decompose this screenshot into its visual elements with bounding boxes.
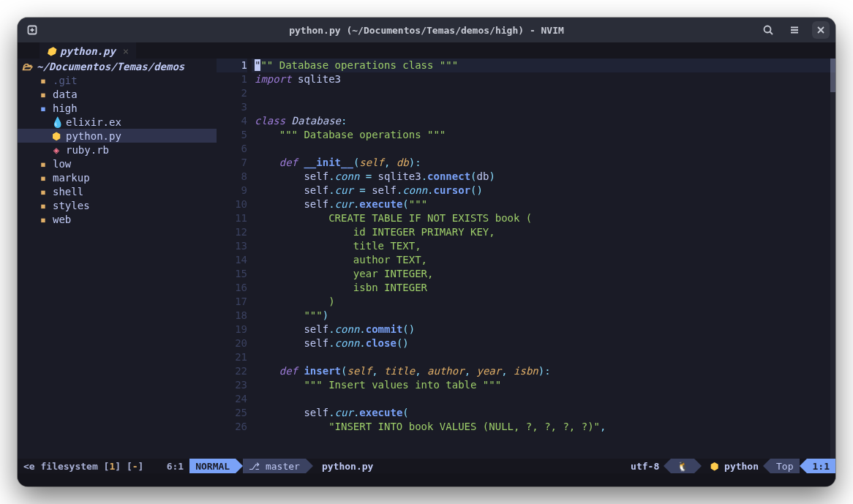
python-icon: ⬢ xyxy=(47,45,56,57)
search-button[interactable] xyxy=(759,21,777,39)
editor[interactable]: 1 1 2 3 4 5 6 7 8 9 10 11 12 13 14 15 16… xyxy=(217,59,835,459)
status-os: 🐧 xyxy=(671,459,694,473)
menu-button[interactable] xyxy=(786,21,803,39)
tree-item-elixir[interactable]: 💧elixir.ex xyxy=(18,115,217,129)
file-tree[interactable]: 🗁~/Documentos/Temas/demos ▪.git ▪data ▪h… xyxy=(18,59,217,459)
scrollbar[interactable] xyxy=(830,59,835,459)
new-tab-button[interactable] xyxy=(23,21,41,39)
status-git: ⎇ master xyxy=(243,459,306,473)
tree-item-web[interactable]: ▪web xyxy=(18,212,217,226)
svg-point-3 xyxy=(764,26,771,33)
python-icon: ⬢ xyxy=(710,461,718,472)
buffer-tab[interactable]: ⬢ python.py × xyxy=(40,42,137,59)
gutter: 1 1 2 3 4 5 6 7 8 9 10 11 12 13 14 15 16… xyxy=(217,59,252,459)
tree-item-git[interactable]: ▪.git xyxy=(18,73,217,87)
status-filetype: ⬢ python xyxy=(704,459,764,473)
tree-item-styles[interactable]: ▪styles xyxy=(18,198,217,212)
branch-icon: ⎇ xyxy=(249,461,260,472)
tree-item-low[interactable]: ▪low xyxy=(18,157,217,170)
scroll-thumb[interactable] xyxy=(830,59,835,92)
status-position-label: Top xyxy=(770,459,799,473)
buffer-tab-label: python.py xyxy=(60,45,116,57)
close-window-button[interactable] xyxy=(812,21,830,39)
tree-item-shell[interactable]: ▪shell xyxy=(18,184,217,198)
tree-item-high[interactable]: ▪high xyxy=(18,101,217,115)
status-rowcol: 1:1 xyxy=(807,459,835,473)
window-title: python.py (~/Documentos/Temas/demos/high… xyxy=(18,25,835,36)
command-line[interactable] xyxy=(18,473,835,486)
status-mode: NORMAL xyxy=(189,459,236,473)
titlebar: python.py (~/Documentos/Temas/demos/high… xyxy=(18,18,835,42)
tux-icon: 🐧 xyxy=(677,461,688,472)
buffer-tabs: ⬢ python.py × xyxy=(18,42,835,59)
status-tree-info: <e filesystem [1] [-] 6:1 xyxy=(18,459,189,473)
tree-item-data[interactable]: ▪data xyxy=(18,87,217,101)
status-encoding: utf-8 xyxy=(625,459,665,473)
code-area[interactable]: """ Database operations class """ import… xyxy=(252,59,835,459)
status-file: python.py xyxy=(316,459,379,473)
close-tab-icon[interactable]: × xyxy=(123,45,129,57)
tree-item-markup[interactable]: ▪markup xyxy=(18,170,217,184)
tree-item-ruby[interactable]: ◈ruby.rb xyxy=(18,143,217,157)
svg-line-4 xyxy=(770,32,773,35)
statusline: <e filesystem [1] [-] 6:1 NORMAL ⎇ maste… xyxy=(18,459,835,473)
tree-root-label: ~/Documentos/Temas/demos xyxy=(37,61,184,72)
tree-item-python[interactable]: ⬢python.py xyxy=(18,129,217,143)
tree-root[interactable]: 🗁~/Documentos/Temas/demos xyxy=(18,59,217,73)
